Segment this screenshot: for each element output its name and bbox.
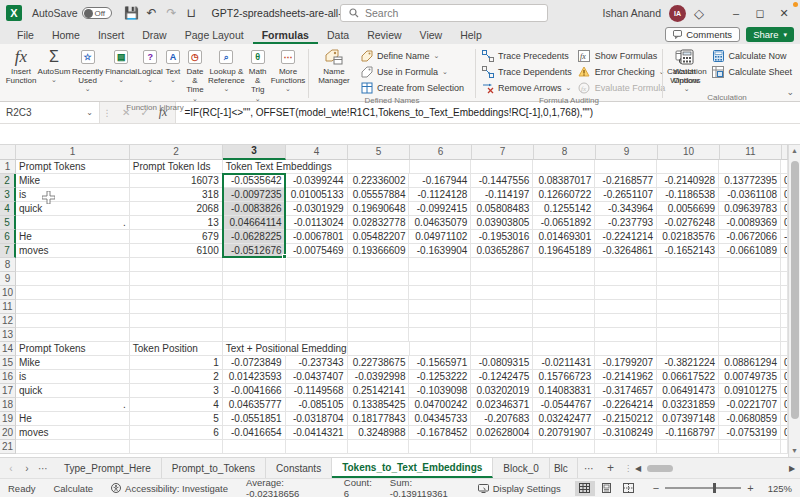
cell-R13C2[interactable] [130,328,223,342]
cell-R10C2[interactable] [130,286,223,300]
cell-R7C5[interactable]: 0.19366609 [348,244,410,258]
cell-R8C4[interactable] [286,258,348,272]
cell-R6C4[interactable]: -0.0067801 [286,230,348,244]
cell-R13C3[interactable] [223,328,286,342]
use-in-formula-button[interactable]: Use in Formula⌄ [357,64,467,79]
cell-R9C1[interactable] [16,272,130,286]
cell-R14C2[interactable]: Token Position [130,342,223,356]
cell-R2C7[interactable]: -0.1447556 [471,174,533,188]
cell-R3C6[interactable]: -0.1124128 [409,188,471,202]
cell-R2C11[interactable]: 0.13772395 [719,174,781,188]
cell-R21C5[interactable] [348,440,410,454]
cell-R9C5[interactable] [348,272,410,286]
cell-R16C12[interactable]: 0.0 [781,370,788,384]
cell-R8C11[interactable] [719,258,781,272]
cell-R16C7[interactable]: -0.1242475 [471,370,533,384]
cell-R17C7[interactable]: 0.03202019 [471,384,533,398]
column-header-partial[interactable] [782,145,788,160]
cell-R20C4[interactable]: -0.0414321 [286,426,348,440]
cell-R4C10[interactable]: 0.0056699 [657,202,719,216]
cell-R10C3[interactable] [223,286,286,300]
column-header-4[interactable]: 4 [286,145,348,160]
cell-R4C1[interactable]: quick [16,202,130,216]
cell-R6C3[interactable]: -0.0628225 [223,230,286,244]
column-header-5[interactable]: 5 [348,145,410,160]
column-header-9[interactable]: 9 [596,145,658,160]
cell-R2C3[interactable]: -0.0535642 [223,174,286,188]
cell-R10C9[interactable] [595,286,657,300]
row-header-19[interactable]: 19 [0,412,16,426]
trace-precedents-button[interactable]: Trace Precedents [478,48,575,63]
zoom-slider-thumb[interactable] [713,483,716,493]
cell-R18C2[interactable]: 4 [130,398,223,412]
row-header-13[interactable]: 13 [0,328,16,342]
cell-R4C8[interactable]: 0.1255142 [533,202,595,216]
row-header-20[interactable]: 20 [0,426,16,440]
row-header-16[interactable]: 16 [0,370,16,384]
cell-R6C1[interactable]: He [16,230,130,244]
ribbon-tab-review[interactable]: Review [358,27,410,44]
cell-R7C4[interactable]: -0.0075469 [286,244,348,258]
cell-R19C2[interactable]: 5 [130,412,223,426]
cell-R12C7[interactable] [471,314,533,328]
more-sheets-icon[interactable]: ⋯ [578,458,600,478]
cell-R3C2[interactable]: 318 [130,188,223,202]
cell-R13C5[interactable] [348,328,410,342]
cell-R19C9[interactable]: -0.2150212 [595,412,657,426]
cell-R8C8[interactable] [533,258,595,272]
cell-R12C1[interactable] [16,314,130,328]
cell-R18C5[interactable]: 0.13385425 [348,398,410,412]
cell-R19C11[interactable]: -0.0680859 [719,412,781,426]
cell-R5C7[interactable]: 0.03903805 [471,216,533,230]
cell-R17C3[interactable]: -0.0041666 [223,384,286,398]
cell-R6C5[interactable]: 0.05482207 [348,230,410,244]
cell-R13C10[interactable] [657,328,719,342]
cell-R19C12[interactable]: 0 [781,412,788,426]
cell-R19C8[interactable]: 0.03242477 [533,412,595,426]
page-break-view-button[interactable] [619,481,639,496]
math-trig-button[interactable]: θMath & Trig⌄ [245,46,270,102]
cell-R8C6[interactable] [409,258,471,272]
cell-R12C2[interactable] [130,314,223,328]
cell-R11C8[interactable] [533,300,595,314]
name-manager-button[interactable]: Name Manager [311,46,357,85]
cell-R3C4[interactable]: 0.01005133 [286,188,348,202]
cell-R4C9[interactable]: -0.343964 [595,202,657,216]
cell-R20C5[interactable]: 0.3248988 [348,426,410,440]
close-button[interactable]: ✕ [772,7,796,20]
cell-R17C1[interactable]: quick [16,384,130,398]
cell-R7C12[interactable]: 0.1 [781,244,788,258]
cell-R12C10[interactable] [657,314,719,328]
evaluate-formula-button[interactable]: fx Evaluate Formula [575,80,669,95]
cell-R18C9[interactable]: -0.2264214 [595,398,657,412]
restore-button[interactable]: ◻ [748,7,772,20]
cell-R17C2[interactable]: 3 [130,384,223,398]
zoom-in-button[interactable]: + [747,482,753,494]
cell-R21C12[interactable] [781,440,788,454]
cell-R18C3[interactable]: 0.04635777 [223,398,286,412]
cell-R1C1[interactable]: Prompt Tokens [16,160,130,174]
cell-R12C9[interactable] [595,314,657,328]
cell-R3C3[interactable]: -0.0097235 [223,188,286,202]
cell-R9C6[interactable] [409,272,471,286]
cell-R19C3[interactable]: -0.0551851 [223,412,286,426]
cell-R3C7[interactable]: -0.114197 [471,188,533,202]
cell-R8C2[interactable] [130,258,223,272]
cell-R3C5[interactable]: 0.05557884 [348,188,410,202]
cell-R16C4[interactable]: -0.0437407 [286,370,348,384]
tab-splitter-handle[interactable]: ⋮ [624,464,631,473]
column-header-7[interactable]: 7 [472,145,534,160]
cell-R11C5[interactable] [348,300,410,314]
cell-R14C9[interactable] [595,342,657,356]
cell-R19C10[interactable]: 0.07397148 [657,412,719,426]
row-header-7[interactable]: 7 [0,244,16,258]
cell-R6C9[interactable]: -0.2241214 [595,230,657,244]
cell-R3C11[interactable]: -0.0361108 [719,188,781,202]
cell-R3C8[interactable]: 0.12660722 [533,188,595,202]
cell-R10C4[interactable] [286,286,348,300]
cell-R12C8[interactable] [533,314,595,328]
display-settings-button[interactable]: Display Settings [478,483,561,494]
cell-R13C12[interactable] [781,328,788,342]
avatar[interactable]: IA [669,5,686,22]
ribbon-tab-insert[interactable]: Insert [89,27,133,44]
